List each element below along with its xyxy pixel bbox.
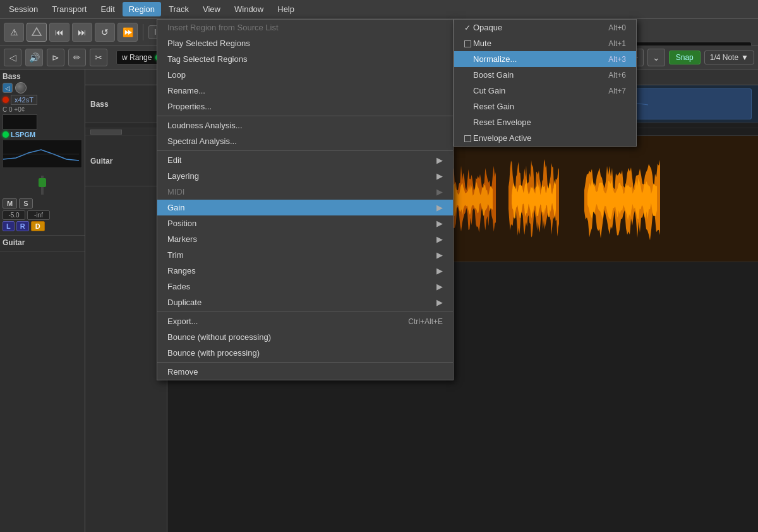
menu-rename[interactable]: Rename... (157, 83, 453, 99)
reset-label: Reset Gain (473, 102, 514, 111)
bass-lspgm-label[interactable]: LSPGM (11, 131, 35, 138)
bass-plugin-row: x42sT (3, 95, 82, 105)
menu-bounce-proc[interactable]: Bounce (with processing) (157, 345, 453, 361)
redo-icon[interactable]: ⏩ (117, 23, 138, 42)
menu-duplicate[interactable]: Duplicate ▶ (157, 294, 453, 310)
menu-properties[interactable]: Properties... (157, 99, 453, 114)
separator-row (85, 123, 167, 128)
gain-boost[interactable]: Boost Gain Alt+6 (454, 67, 636, 83)
menu-sep-3 (157, 311, 453, 312)
menu-tag-regions[interactable]: Tag Selected Regions (157, 51, 453, 67)
gain-opaque[interactable]: ✓ Opaque Alt+0 (454, 20, 636, 35)
gain-cut[interactable]: Cut Gain Alt+7 (454, 83, 636, 99)
guitar-label-text: Guitar (90, 157, 112, 166)
gain-reset-envelope[interactable]: Reset Envelope (454, 114, 636, 130)
slice-icon[interactable]: ⌄ (647, 49, 665, 66)
mute-shortcut: Alt+1 (608, 39, 626, 48)
mute-check-icon (464, 39, 473, 48)
bass-input-btn[interactable]: ◁ (3, 83, 13, 93)
menu-track[interactable]: Track (162, 2, 195, 16)
gain-mute[interactable]: Mute Alt+1 (454, 35, 636, 51)
bass-l-btn[interactable]: L (3, 221, 15, 231)
edit-icon-5[interactable]: ✂ (90, 49, 107, 66)
menu-play-regions[interactable]: Play Selected Regions (157, 35, 453, 51)
menu-session[interactable]: Session (3, 2, 44, 16)
gain-normalize[interactable]: Normalize... Alt+3 (454, 51, 636, 67)
menu-view[interactable]: View (196, 2, 227, 16)
menu-edit[interactable]: Edit ▶ (157, 152, 453, 168)
menu-window[interactable]: Window (228, 2, 270, 16)
menu-sep-4 (157, 362, 453, 363)
opaque-shortcut: Alt+0 (608, 23, 626, 32)
gain-submenu: ✓ Opaque Alt+0 Mute Alt+1 Normalize... A… (454, 19, 637, 147)
bass-mute-btn[interactable]: M (3, 198, 17, 209)
gain-envelope-active[interactable]: Envelope Active (454, 130, 636, 146)
mute-row: Mute (464, 39, 491, 48)
menu-position[interactable]: Position ▶ (157, 215, 453, 231)
menu-spectral[interactable]: Spectral Analysis... (157, 133, 453, 149)
export-label: Export... (167, 317, 198, 326)
edit-icon-4[interactable]: ✏ (68, 49, 86, 66)
reset-envelope-label: Reset Envelope (473, 118, 531, 127)
menu-fades[interactable]: Fades ▶ (157, 279, 453, 294)
position-label: Position (167, 219, 196, 228)
menu-midi[interactable]: MIDI ▶ (157, 184, 453, 200)
menu-insert-region[interactable]: Insert Region from Source List (157, 20, 453, 35)
guitar-track-name: Guitar (3, 238, 82, 247)
bass-solo-btn[interactable]: S (19, 198, 32, 209)
edit-icon-1[interactable]: ◁ (4, 49, 21, 66)
menu-bounce-no-proc[interactable]: Bounce (without processing) (157, 329, 453, 345)
menu-loudness[interactable]: Loudness Analysis... (157, 118, 453, 133)
menu-remove[interactable]: Remove (157, 364, 453, 380)
bass-mini-input[interactable] (90, 130, 122, 135)
mute-label: Mute (473, 39, 491, 48)
menu-region[interactable]: Region (123, 2, 161, 16)
menu-markers[interactable]: Markers ▶ (157, 231, 453, 247)
snap-icon[interactable] (27, 23, 47, 42)
bass-fader-handle[interactable] (39, 178, 46, 187)
normalize-shortcut: Alt+3 (608, 55, 626, 64)
menu-loop[interactable]: Loop (157, 67, 453, 83)
bass-r-btn[interactable]: R (16, 221, 29, 231)
menu-gain[interactable]: Gain ▶ (157, 200, 453, 215)
next-icon[interactable]: ⏭ (72, 23, 92, 42)
edit-icon-3[interactable]: ⊳ (47, 49, 64, 66)
bass-lspgm-row: LSPGM (3, 131, 82, 138)
menu-edit[interactable]: Edit (94, 2, 121, 16)
snap-note-display[interactable]: 1/4 Note ▼ (704, 51, 754, 64)
opaque-label: Opaque (473, 23, 502, 32)
menu-trim[interactable]: Trim ▶ (157, 247, 453, 263)
svg-marker-0 (32, 28, 41, 35)
bass-lr-row: L R D (3, 221, 82, 231)
markers-label: Markers (167, 234, 197, 244)
menu-layering[interactable]: Layering ▶ (157, 168, 453, 184)
bass-lspgm-led (3, 131, 9, 138)
bass-fader-container (3, 171, 82, 196)
edit-label: Edit (167, 155, 181, 165)
bass-fader-r: -inf (27, 210, 50, 220)
alert-icon[interactable]: ⚠ (4, 23, 24, 42)
menu-sep-1 (157, 116, 453, 116)
bass-d-btn[interactable]: D (31, 221, 45, 231)
bass-eq-curve (3, 140, 82, 168)
region-menu: Insert Region from Source List Play Sele… (157, 19, 454, 380)
gain-reset[interactable]: Reset Gain (454, 99, 636, 114)
bass-pan-knob[interactable] (15, 82, 27, 94)
bass-label-text: Bass (90, 100, 109, 109)
bounce-proc-label: Bounce (with processing) (167, 348, 260, 358)
menu-transport[interactable]: Transport (45, 2, 93, 16)
bass-plugin-name[interactable]: x42sT (11, 95, 37, 105)
prev-icon[interactable]: ⏮ (49, 23, 69, 42)
menu-help[interactable]: Help (271, 2, 301, 16)
range-label: w Range (122, 53, 152, 62)
snap-button[interactable]: Snap (669, 51, 701, 64)
undo-icon[interactable]: ↺ (95, 23, 115, 42)
menu-export[interactable]: Export... Ctrl+Alt+E (157, 313, 453, 329)
rename-label: Rename... (167, 86, 205, 95)
menu-ranges[interactable]: Ranges ▶ (157, 263, 453, 279)
track-labels: Bass Guitar (85, 70, 167, 532)
duplicate-label: Duplicate (167, 298, 202, 307)
normalize-row: Normalize... (464, 54, 517, 64)
tag-regions-label: Tag Selected Regions (167, 54, 247, 64)
edit-icon-2[interactable]: 🔊 (25, 49, 43, 66)
